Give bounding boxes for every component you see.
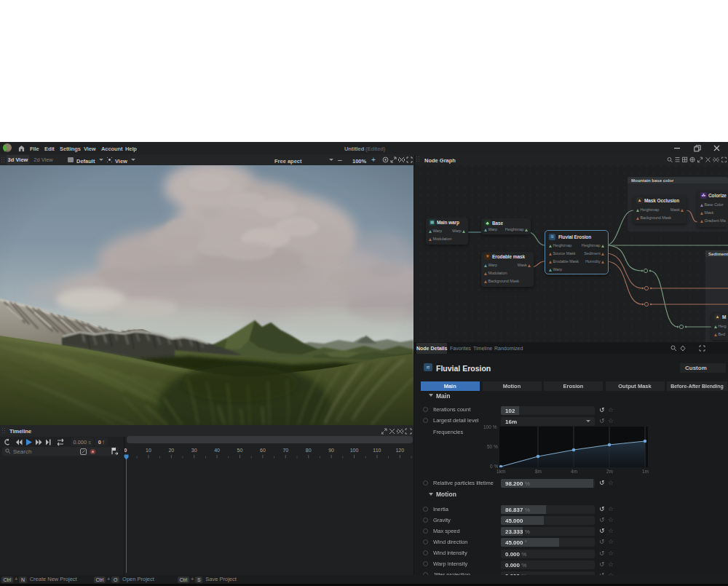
svg-text:10: 10 [146, 448, 151, 453]
svg-text:50: 50 [237, 448, 243, 453]
svg-text:20: 20 [168, 448, 174, 453]
svg-text:80: 80 [306, 448, 312, 453]
svg-text:100: 100 [350, 448, 359, 453]
svg-text:120: 120 [395, 448, 404, 453]
svg-text:70: 70 [282, 448, 288, 453]
svg-text:90: 90 [328, 448, 334, 453]
svg-text:40: 40 [214, 448, 220, 453]
svg-text:60: 60 [260, 448, 266, 453]
svg-text:30: 30 [191, 448, 197, 453]
svg-text:0: 0 [124, 448, 127, 453]
svg-text:110: 110 [373, 448, 381, 453]
